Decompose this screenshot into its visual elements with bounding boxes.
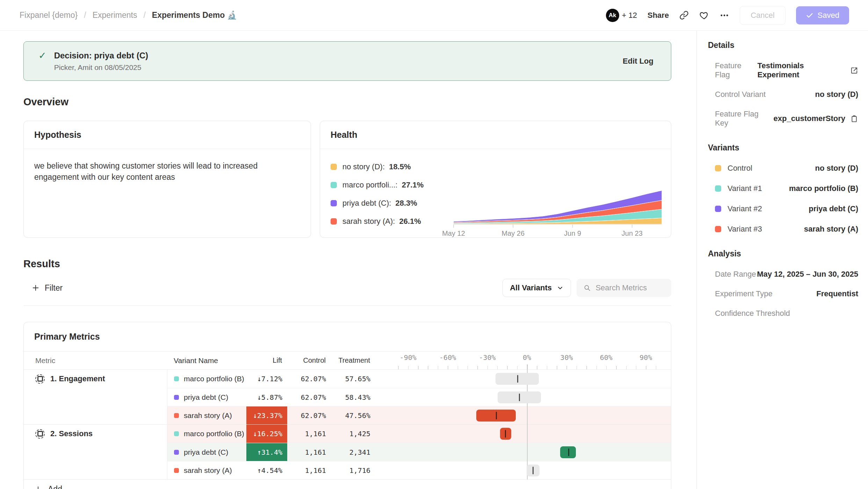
sidebar-row: Experiment TypeFrequentist	[708, 289, 858, 298]
metric-cell[interactable]: 2. Sessions	[24, 425, 167, 443]
variant-value: priya debt (C)	[809, 204, 858, 213]
sidebar-row-value[interactable]: Testimonials Experiment	[758, 61, 858, 79]
x-tick-label: Jun 23	[622, 229, 643, 237]
variant-value: sarah story (A)	[804, 225, 858, 234]
variant-name: marco portfolio (B)	[184, 430, 244, 438]
treatment-value: 58.43%	[332, 393, 376, 402]
metrics-table-body: 1. Engagementmarco portfolio (B)↓7.12%62…	[24, 370, 671, 479]
legend-swatch	[331, 218, 337, 225]
lift-value: ↓16.25%	[246, 425, 287, 443]
variant-swatch	[715, 165, 721, 171]
health-area-chart: May 12May 26Jun 9Jun 23	[449, 185, 666, 238]
edit-log-button[interactable]: Edit Log	[623, 57, 653, 66]
axis-tick	[626, 366, 627, 369]
page-layout: ✓ Decision: priya debt (C) Picker, Amit …	[0, 31, 868, 489]
variant-cell: priya debt (C)	[167, 448, 246, 456]
axis-tick	[517, 366, 518, 369]
cancel-button[interactable]: Cancel	[740, 6, 785, 25]
axis-tick	[547, 366, 548, 369]
variant-slot-label: Variant #3	[728, 225, 762, 234]
copy-link-icon[interactable]	[679, 10, 689, 20]
sidebar-row-label: Confidence Threshold	[715, 309, 790, 318]
axis-tick	[606, 366, 607, 369]
breadcrumb-experiments[interactable]: Experiments	[93, 10, 137, 20]
table-row[interactable]: sarah story (A)↓23.37%62.07%47.56%	[167, 406, 671, 424]
search-icon	[584, 284, 591, 292]
search-metrics-input[interactable]	[595, 283, 664, 292]
sidebar-row: Confidence Threshold	[708, 309, 858, 318]
sidebar-value-text: no story (D)	[815, 90, 858, 99]
external-link-icon[interactable]	[850, 66, 858, 75]
confidence-interval-cell	[389, 388, 666, 406]
variant-row: Variant #2priya debt (C)	[708, 204, 858, 213]
clipboard-icon[interactable]	[850, 115, 858, 123]
control-value: 1,161	[287, 466, 332, 475]
confidence-median-line	[505, 430, 506, 438]
control-value: 62.07%	[287, 375, 332, 383]
health-body: no story (D): 18.5%marco portfoli...: 27…	[320, 149, 671, 238]
variant-swatch	[174, 450, 179, 455]
lift-value: ↓5.87%	[246, 388, 287, 406]
variant-cell: sarah story (A)	[167, 411, 246, 420]
add-metric-button[interactable]: Add	[24, 479, 671, 489]
avatar[interactable]: Ak	[606, 9, 619, 22]
variants-section: Variants Controlno story (D)Variant #1ma…	[708, 143, 858, 234]
treatment-value: 57.65%	[332, 375, 376, 383]
legend-swatch	[331, 164, 337, 170]
table-row[interactable]: marco portfolio (B)↓7.12%62.07%57.65%	[167, 370, 671, 388]
details-rows: Feature FlagTestimonials ExperimentContr…	[708, 61, 858, 128]
axis-tick	[438, 366, 439, 369]
axis-tick	[448, 366, 448, 369]
toolbar-right: All Variants	[502, 279, 671, 297]
legend-item: marco portfoli...: 27.1%	[331, 180, 449, 190]
legend-label: marco portfoli...: 27.1%	[342, 180, 424, 190]
legend-swatch	[331, 182, 337, 188]
metric-group: 1. Engagementmarco portfolio (B)↓7.12%62…	[24, 370, 671, 424]
legend-swatch	[331, 200, 337, 206]
favorite-heart-icon[interactable]	[699, 10, 709, 20]
variant-cell: marco portfolio (B)	[167, 430, 246, 438]
analysis-heading: Analysis	[708, 249, 858, 258]
axis-tick	[458, 366, 458, 369]
axis-tick-label: 60%	[600, 353, 613, 362]
axis-tick	[557, 366, 557, 369]
x-tick-label: Jun 9	[564, 229, 581, 237]
share-button[interactable]: Share	[648, 11, 669, 20]
breadcrumb-project[interactable]: Fixpanel {demo}	[20, 10, 78, 20]
axis-tick	[428, 366, 428, 369]
legend-item: priya debt (C): 28.3%	[331, 199, 449, 208]
table-row[interactable]: priya debt (C)↓5.87%62.07%58.43%	[167, 388, 671, 406]
table-row[interactable]: marco portfolio (B)↓16.25%1,1611,425	[167, 425, 671, 443]
collaborators[interactable]: Ak + 12	[606, 9, 637, 22]
sidebar-row-value: no story (D)	[815, 90, 858, 99]
confidence-interval-cell	[389, 443, 666, 461]
decision-banner: ✓ Decision: priya debt (C) Picker, Amit …	[23, 41, 671, 81]
primary-metrics-title: Primary Metrics	[24, 322, 671, 352]
decision-text: Decision: priya debt (C) Picker, Amit on…	[54, 50, 623, 72]
table-row[interactable]: sarah story (A)↑4.54%1,1611,716	[167, 461, 671, 479]
results-heading: Results	[23, 258, 671, 270]
breadcrumb: Fixpanel {demo} / Experiments / Experime…	[20, 10, 237, 20]
sidebar-row: Feature Flag Keyexp_customerStory	[708, 109, 858, 128]
hypothesis-card: Hypothesis we believe that showing custo…	[23, 121, 311, 238]
more-options-icon[interactable]	[719, 10, 729, 20]
variants-dropdown[interactable]: All Variants	[502, 279, 571, 297]
metric-cell[interactable]: 1. Engagement	[24, 370, 167, 388]
saved-button[interactable]: Saved	[796, 6, 849, 24]
axis-tick	[577, 366, 577, 369]
variant-name: priya debt (C)	[184, 393, 228, 402]
confidence-interval-cell	[389, 406, 666, 424]
x-tick-label: May 26	[501, 229, 525, 237]
sidebar-row-value[interactable]: exp_customerStory	[774, 114, 858, 123]
axis-tick	[646, 366, 646, 369]
breadcrumb-separator: /	[84, 10, 86, 20]
table-row[interactable]: priya debt (C)↑31.4%1,1612,341	[167, 443, 671, 461]
add-filter-button[interactable]: Filter	[23, 283, 63, 293]
analysis-rows: Date RangeMay 12, 2025 – Jun 30, 2025Exp…	[708, 270, 858, 318]
variant-cell: marco portfolio (B)	[167, 375, 246, 383]
variant-swatch	[715, 226, 721, 232]
variant-row: Variant #1marco portfolio (B)	[708, 184, 858, 193]
variant-value: no story (D)	[815, 164, 858, 173]
confidence-median-line	[496, 412, 497, 419]
sidebar-row: Feature FlagTestimonials Experiment	[708, 61, 858, 79]
